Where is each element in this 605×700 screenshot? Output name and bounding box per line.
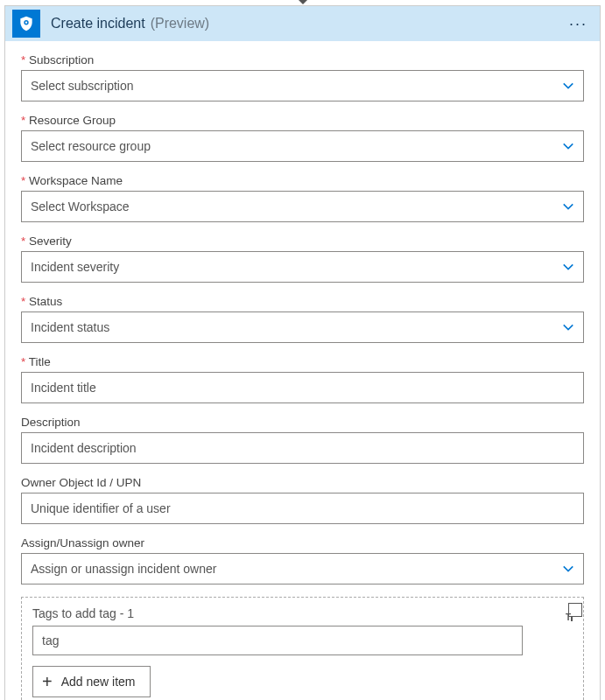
resource-group-placeholder: Select resource group	[31, 139, 151, 153]
owner-label: Owner Object Id / UPN	[21, 476, 584, 489]
card-header: Create incident (Preview) ···	[5, 6, 600, 41]
tag-input[interactable]: tag	[32, 626, 523, 655]
severity-dropdown[interactable]: Incident severity	[21, 251, 584, 283]
severity-placeholder: Incident severity	[31, 260, 119, 274]
tags-section: Tags to add tag - 1 T tag + Add new item	[21, 597, 584, 700]
create-incident-card: Create incident (Preview) ··· Subscripti…	[4, 5, 601, 700]
card-title-preview: (Preview)	[151, 16, 564, 32]
chevron-down-icon	[562, 261, 574, 273]
tags-header-label: Tags to add tag - 1	[32, 606, 134, 620]
severity-label: Severity	[21, 234, 584, 248]
title-input[interactable]: Incident title	[21, 372, 584, 403]
status-label: Status	[21, 295, 584, 308]
form-body: Subscription Select subscription Resourc…	[5, 41, 600, 700]
tag-input-placeholder: tag	[42, 634, 59, 648]
resource-group-label: Resource Group	[21, 114, 584, 127]
add-new-item-button[interactable]: + Add new item	[32, 666, 151, 697]
workspace-label: Workspace Name	[21, 174, 584, 187]
collapse-handle-icon[interactable]	[298, 0, 308, 4]
assign-placeholder: Assign or unassign incident owner	[31, 562, 216, 576]
chevron-down-icon	[562, 80, 574, 92]
description-label: Description	[21, 416, 584, 429]
assign-label: Assign/Unassign owner	[21, 536, 584, 550]
more-menu-icon[interactable]: ···	[564, 11, 593, 37]
status-dropdown[interactable]: Incident status	[21, 312, 584, 343]
workspace-placeholder: Select Workspace	[31, 200, 130, 214]
description-placeholder: Incident description	[31, 441, 137, 455]
title-label: Title	[21, 355, 584, 368]
status-placeholder: Incident status	[31, 320, 109, 334]
subscription-label: Subscription	[21, 53, 584, 66]
workspace-dropdown[interactable]: Select Workspace	[21, 191, 584, 222]
subscription-dropdown[interactable]: Select subscription	[21, 70, 584, 102]
plus-icon: +	[42, 673, 53, 690]
subscription-placeholder: Select subscription	[31, 79, 134, 93]
chevron-down-icon	[562, 563, 574, 575]
resource-group-dropdown[interactable]: Select resource group	[21, 130, 584, 162]
description-input[interactable]: Incident description	[21, 432, 584, 464]
chevron-down-icon	[562, 140, 574, 152]
chevron-down-icon	[562, 200, 574, 213]
card-title: Create incident	[51, 16, 145, 32]
chevron-down-icon	[562, 321, 574, 333]
shield-icon	[12, 10, 40, 38]
switch-to-text-icon[interactable]: T	[571, 606, 573, 620]
owner-input[interactable]: Unique identifier of a user	[21, 493, 584, 524]
assign-dropdown[interactable]: Assign or unassign incident owner	[21, 553, 584, 584]
owner-placeholder: Unique identifier of a user	[31, 501, 171, 515]
svg-point-1	[25, 22, 27, 24]
title-placeholder: Incident title	[31, 381, 96, 395]
add-new-item-label: Add new item	[61, 675, 136, 689]
